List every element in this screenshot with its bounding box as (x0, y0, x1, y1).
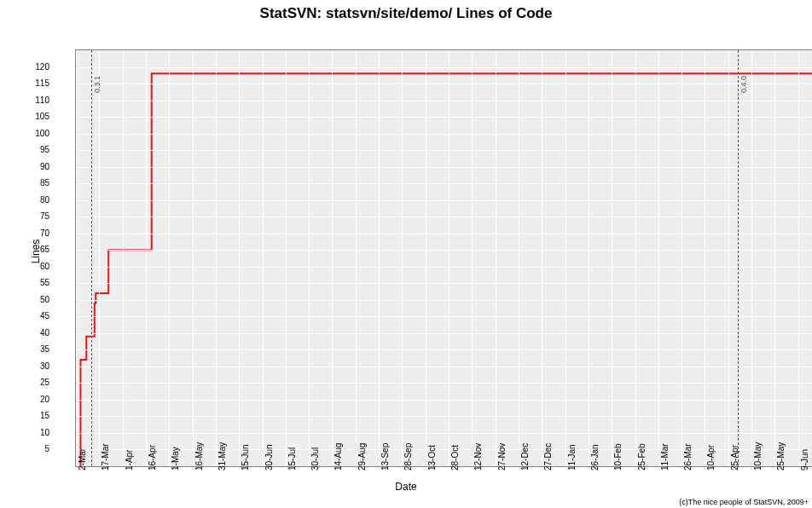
gridline-v (589, 50, 589, 466)
gridline-v (705, 50, 705, 466)
gridline-h (76, 200, 812, 201)
gridline-h (76, 117, 812, 118)
gridline-h (76, 167, 812, 168)
x-tick-label: 13-Sep (380, 443, 390, 470)
x-tick-label: 1-Apr (125, 450, 134, 470)
gridline-v (76, 50, 77, 466)
y-tick-label: 15 (24, 411, 49, 420)
gridline-v (542, 50, 542, 466)
gridline-v (566, 50, 566, 466)
chart-title: StatSVN: statsvn/site/demo/ Lines of Cod… (0, 0, 812, 22)
y-tick-label: 30 (24, 361, 49, 370)
gridline-v (426, 50, 426, 466)
gridline-v (402, 50, 403, 466)
gridline-v (472, 50, 473, 466)
y-tick-label: 20 (24, 394, 49, 403)
gridline-h (76, 216, 812, 217)
gridline-h (76, 267, 812, 268)
gridline-v (286, 50, 287, 466)
x-tick-label: 12-Dec (520, 443, 530, 470)
x-tick-label: 2-Mar (78, 448, 87, 470)
y-tick-label: 85 (24, 178, 49, 188)
y-tick-label: 25 (24, 378, 49, 387)
y-tick-label: 80 (24, 194, 49, 204)
y-tick-label: 75 (24, 211, 49, 221)
gridline-h (76, 183, 812, 184)
y-tick-label: 105 (24, 112, 49, 121)
x-tick-label: 10-Apr (706, 445, 716, 470)
annotation-line (91, 50, 92, 466)
gridline-h (76, 84, 812, 84)
gridline-h (76, 316, 812, 317)
gridline-v (146, 50, 147, 466)
gridline-v (496, 50, 496, 466)
x-tick-label: 1-May (171, 447, 180, 470)
gridline-h (76, 250, 812, 251)
gridline-h (76, 150, 812, 151)
annotation-line (738, 50, 739, 466)
gridline-h (76, 400, 812, 401)
gridline-h (76, 234, 812, 234)
gridline-h (76, 383, 812, 384)
line-series (76, 50, 812, 466)
x-tick-label: 29-Aug (357, 443, 367, 470)
y-tick-label: 95 (24, 145, 49, 154)
x-tick-label: 25-Apr (730, 445, 740, 470)
y-tick-label: 120 (24, 61, 49, 71)
gridline-v (309, 50, 310, 466)
x-tick-label: 10-May (753, 442, 763, 470)
y-tick-label: 90 (24, 161, 49, 170)
y-tick-label: 35 (24, 344, 49, 354)
x-tick-label: 25-May (776, 442, 786, 470)
y-tick-label: 65 (24, 245, 49, 254)
gridline-v (519, 50, 519, 466)
x-tick-label: 17-Mar (101, 443, 110, 470)
gridline-v (798, 50, 799, 466)
x-tick-label: 26-Mar (683, 443, 693, 470)
gridline-v (263, 50, 264, 466)
y-tick-label: 70 (24, 228, 49, 237)
gridline-h (76, 283, 812, 284)
gridline-v (169, 50, 170, 466)
x-tick-label: 9-Jun (800, 449, 809, 470)
gridline-h (76, 134, 812, 135)
x-tick-label: 26-Jan (590, 444, 600, 470)
plot-area: 0.3.10.4.0 (75, 49, 812, 467)
gridline-v (379, 50, 380, 466)
annotation-label: 0.3.1 (93, 76, 102, 93)
gridline-v (751, 50, 752, 466)
gridline-v (193, 50, 194, 466)
chart-area: Lines 0.3.10.4.0 51015202530354045505560… (22, 26, 800, 477)
x-tick-label: 11-Jan (567, 444, 577, 470)
x-tick-label: 25-Feb (637, 443, 647, 470)
gridline-v (99, 50, 100, 466)
x-tick-label: 28-Sep (403, 443, 413, 470)
x-tick-label: 13-Oct (427, 445, 437, 470)
gridline-v (332, 50, 333, 466)
x-tick-label: 11-Mar (660, 443, 670, 470)
gridline-v (216, 50, 217, 466)
gridline-h (76, 367, 812, 367)
gridline-v (774, 50, 775, 466)
x-tick-label: 15-Jun (241, 444, 250, 470)
y-tick-label: 50 (24, 294, 49, 303)
y-tick-label: 110 (24, 95, 49, 104)
gridline-h (76, 333, 812, 334)
x-tick-label: 27-Dec (543, 443, 553, 470)
gridline-v (239, 50, 240, 466)
gridline-v (123, 50, 124, 466)
credit-text: (c)The nice people of StatSVN, 2009+ (679, 498, 809, 506)
y-tick-label: 55 (24, 278, 49, 287)
gridline-v (682, 50, 682, 466)
x-tick-label: 27-Nov (497, 443, 507, 470)
gridline-h (76, 300, 812, 301)
y-tick-label: 115 (24, 78, 49, 88)
gridline-v (449, 50, 450, 466)
gridline-h (76, 416, 812, 417)
y-tick-label: 100 (24, 128, 49, 137)
x-axis-label: Date (395, 481, 416, 493)
y-tick-label: 60 (24, 261, 49, 270)
x-tick-label: 16-May (194, 442, 204, 470)
x-tick-label: 14-Aug (334, 443, 343, 470)
gridline-v (356, 50, 357, 466)
